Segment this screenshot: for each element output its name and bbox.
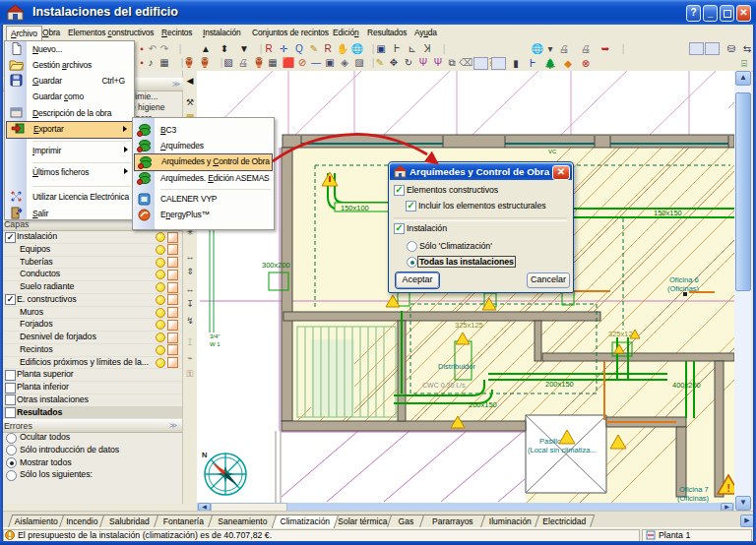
svg-text:W 1: W 1 [210, 341, 220, 347]
svg-text:(Local sin climatiza...: (Local sin climatiza... [528, 446, 597, 454]
svg-text:400x200: 400x200 [672, 381, 701, 390]
svg-text:Oficina 6: Oficina 6 [669, 275, 699, 284]
svg-text:(Oficinas): (Oficinas) [677, 494, 710, 503]
svg-text:Pasillo: Pasillo [539, 437, 561, 446]
svg-text:CWC 0.30 L/s: CWC 0.30 L/s [422, 382, 466, 389]
svg-text:200x150: 200x150 [469, 400, 497, 409]
svg-text:300x200: 300x200 [262, 261, 290, 270]
svg-text:325x125: 325x125 [455, 321, 483, 330]
svg-text:3/4": 3/4" [210, 333, 220, 339]
svg-text:Distribuidor: Distribuidor [438, 362, 475, 371]
svg-text:150x150: 150x150 [654, 209, 682, 217]
svg-text:200x150: 200x150 [545, 380, 574, 389]
svg-text:VC: VC [548, 149, 557, 154]
svg-text:N: N [202, 451, 207, 459]
svg-text:150x100: 150x100 [341, 204, 369, 212]
svg-text:!: ! [727, 483, 730, 494]
svg-text:Oficina 7: Oficina 7 [679, 485, 709, 494]
